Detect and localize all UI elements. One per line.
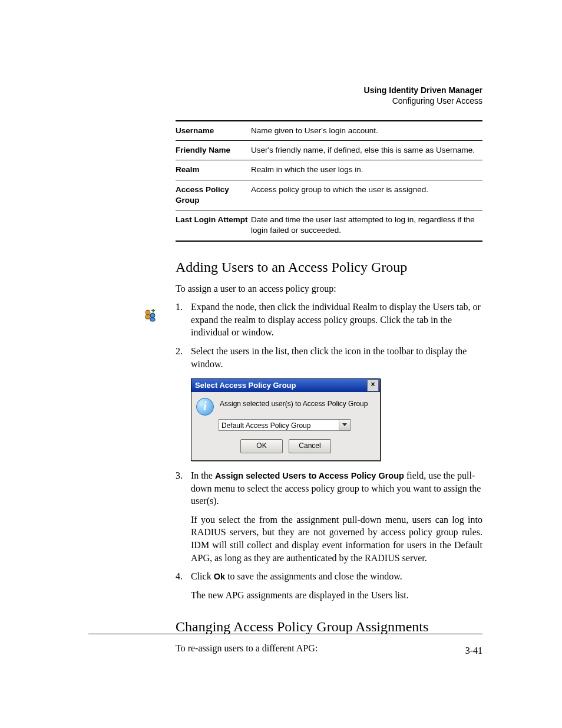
description: Realm in which the user logs in. bbox=[251, 164, 482, 175]
step-paragraph: The new APG assignments are displayed in… bbox=[191, 589, 482, 602]
table-row: Username Name given to User's login acco… bbox=[176, 121, 482, 141]
svg-rect-4 bbox=[150, 318, 155, 321]
step-text: Click Ok to save the assignments and clo… bbox=[191, 571, 402, 581]
description: Access policy group to which the user is… bbox=[251, 185, 482, 206]
step-item: 4. Click Ok to save the assignments and … bbox=[176, 570, 482, 601]
dialog-label: Assign selected user(s) to Access Policy… bbox=[220, 398, 368, 409]
ok-button[interactable]: OK bbox=[240, 439, 283, 453]
dialog-body: i Assign selected user(s) to Access Poli… bbox=[191, 392, 380, 460]
description: User's friendly name, if defined, else t… bbox=[251, 145, 482, 156]
svg-marker-0 bbox=[342, 423, 347, 426]
term: Realm bbox=[176, 164, 251, 175]
step-number: 1. bbox=[176, 301, 183, 314]
definition-table: Username Name given to User's login acco… bbox=[176, 120, 482, 242]
dialog-title: Select Access Policy Group bbox=[195, 380, 296, 391]
term: Username bbox=[176, 126, 251, 136]
step-list: 1. Expand the node, then click the indiv… bbox=[176, 301, 482, 601]
info-icon: i bbox=[196, 398, 214, 416]
table-row: Last Login Attempt Date and time the use… bbox=[176, 210, 482, 240]
section-intro: To re-assign users to a different APG: bbox=[176, 642, 482, 655]
dialog-titlebar: Select Access Policy Group × bbox=[191, 379, 380, 392]
running-header: Using Identity Driven Manager Configurin… bbox=[88, 85, 482, 106]
footer-rule bbox=[88, 634, 482, 634]
term: Last Login Attempt bbox=[176, 215, 251, 236]
cancel-button[interactable]: Cancel bbox=[289, 439, 331, 453]
term: Friendly Name bbox=[176, 145, 251, 156]
step-paragraph: If you select the from the assignment pu… bbox=[191, 513, 482, 564]
body-column: Adding Users to an Access Policy Group T… bbox=[176, 259, 482, 655]
section-heading: Adding Users to an Access Policy Group bbox=[176, 259, 482, 275]
section-intro: To assign a user to an access policy gro… bbox=[176, 282, 482, 295]
description: Name given to User's login account. bbox=[251, 126, 482, 136]
header-subtitle: Configuring User Access bbox=[88, 96, 482, 107]
close-button[interactable]: × bbox=[367, 380, 379, 391]
svg-rect-2 bbox=[146, 315, 150, 319]
step-item: 2. Select the users in the list, then cl… bbox=[176, 345, 482, 461]
step-number: 3. bbox=[176, 469, 183, 482]
step-item: 1. Expand the node, then click the indiv… bbox=[176, 301, 482, 339]
page: Using Identity Driven Manager Configurin… bbox=[0, 0, 562, 728]
step-text: In the Assign selected Users to Access P… bbox=[191, 470, 481, 506]
step-number: 2. bbox=[176, 345, 183, 358]
section-heading: Changing Access Policy Group Assignments bbox=[176, 619, 482, 635]
dialog-select-access-policy-group: Select Access Policy Group × i Assign se… bbox=[191, 378, 381, 461]
step-item: 3. In the Assign selected Users to Acces… bbox=[176, 469, 482, 564]
access-policy-group-combo[interactable]: Default Access Policy Group bbox=[219, 419, 351, 431]
svg-point-3 bbox=[150, 313, 155, 318]
step-number: 4. bbox=[176, 570, 183, 583]
description: Date and time the user last attempted to… bbox=[251, 215, 482, 236]
combo-value: Default Access Policy Group bbox=[219, 420, 339, 430]
table-row: Friendly Name User's friendly name, if d… bbox=[176, 141, 482, 160]
dialog-row: i Assign selected user(s) to Access Poli… bbox=[196, 398, 375, 416]
chevron-down-icon[interactable] bbox=[339, 420, 350, 430]
page-number: 3-41 bbox=[465, 645, 482, 656]
dialog-buttons: OK Cancel bbox=[196, 439, 375, 453]
svg-point-1 bbox=[146, 310, 150, 315]
step-text: Select the users in the list, then click… bbox=[191, 346, 467, 369]
table-row: Access Policy Group Access policy group … bbox=[176, 180, 482, 210]
step-text: Expand the node, then click the individu… bbox=[191, 302, 481, 337]
assign-users-icon bbox=[144, 308, 158, 322]
table-row: Realm Realm in which the user logs in. bbox=[176, 160, 482, 180]
term: Access Policy Group bbox=[176, 185, 251, 206]
header-title: Using Identity Driven Manager bbox=[88, 85, 482, 96]
